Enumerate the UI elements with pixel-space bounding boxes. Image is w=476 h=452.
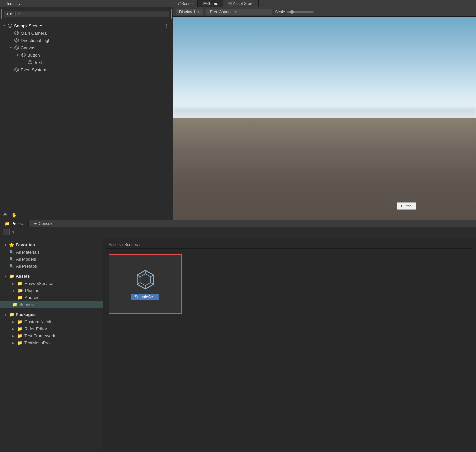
canvas-item[interactable]: ▼ Canvas (7, 44, 173, 51)
button-arrow: ▼ (16, 53, 20, 57)
scene-root-item[interactable]: ▼ SampleScene* ⋮ (0, 22, 173, 29)
hierarchy-panel: Hierarchy + ▾ ▼ SampleScene* ⋮ (0, 0, 173, 220)
project-tab-icon: 📁 (5, 221, 10, 226)
scene-label: SampleScene* (14, 23, 43, 28)
all-models-search-icon: 🔍 (9, 257, 14, 261)
huaweiservice-item[interactable]: ▶ 📁 HuaweiService (0, 280, 103, 287)
hierarchy-toolbar: + ▾ (1, 9, 172, 19)
svg-marker-5 (16, 39, 18, 42)
textmeshpro-item[interactable]: ▶ 📁 TextMeshPro (0, 339, 103, 346)
rider-editor-item[interactable]: ▶ 📁 Rider Editor (0, 325, 103, 332)
android-label: Android (25, 295, 40, 300)
button-icon (21, 52, 26, 58)
sample-scene-asset[interactable]: SampleSc... (109, 254, 182, 314)
lock-icon[interactable]: ✋ (11, 212, 17, 218)
canvas-label: Canvas (21, 45, 35, 50)
svg-marker-7 (16, 47, 18, 49)
display-label: Display 1 (179, 10, 195, 14)
text-label: Text (34, 60, 42, 65)
assets-label: Assets (16, 274, 30, 279)
assets-header[interactable]: ▼ 📁 Assets (0, 272, 103, 280)
project-tab-label: Project (11, 221, 24, 226)
add-object-button[interactable]: + ▾ (4, 11, 14, 17)
plugins-folder-icon: 📂 (18, 288, 23, 293)
rider-editor-label: Rider Editor (24, 326, 47, 331)
visibility-icon[interactable]: 👁 (3, 212, 9, 218)
packages-arrow-icon: ▼ (4, 313, 7, 316)
project-add-chevron-icon: ▼ (12, 230, 15, 234)
asset-store-tab[interactable]: 🛒 Asset Store (223, 0, 259, 7)
all-prefabs-item[interactable]: 🔍 All Prefabs (0, 263, 103, 270)
scene-expand-arrow: ▼ (3, 24, 7, 27)
sample-scene-label: SampleSc... (131, 294, 160, 300)
scene-tab[interactable]: ⬡ Scene (173, 0, 198, 7)
scale-control: Scale (275, 10, 314, 14)
all-models-item[interactable]: 🔍 All Models (0, 256, 103, 263)
game-button-ui: Button (397, 202, 416, 210)
all-prefabs-label: All Prefabs (16, 264, 37, 269)
custom-nunit-arrow-icon: ▶ (12, 320, 14, 324)
game-tab-icon: 🎮 (202, 1, 207, 6)
console-tab[interactable]: ☰ Console (29, 220, 58, 227)
custom-nunit-item[interactable]: ▶ 📁 Custom NUnit (0, 318, 103, 325)
favorites-star-icon: ⭐ (9, 242, 14, 247)
huaweiservice-folder-icon: 📁 (17, 281, 22, 286)
favorites-header[interactable]: ▼ ⭐ Favorites (0, 241, 103, 249)
huaweiservice-label: HuaweiService (24, 281, 53, 286)
assets-arrow-icon: ▼ (4, 275, 7, 278)
project-tab[interactable]: 📁 Project (0, 220, 29, 227)
scale-label: Scale (275, 10, 285, 14)
svg-marker-9 (22, 54, 24, 56)
scenes-item[interactable]: 📁 Scenes (0, 301, 103, 308)
eventsystem-item[interactable]: EventSystem (7, 66, 173, 73)
scale-thumb (290, 10, 294, 14)
breadcrumb-arrow-1: › (122, 243, 123, 247)
game-viewport: Button (173, 17, 476, 220)
huaweiservice-arrow-icon: ▶ (12, 282, 14, 285)
custom-nunit-label: Custom NUnit (24, 319, 51, 324)
plugins-item[interactable]: ▼ 📂 Plugins (0, 287, 103, 294)
directional-light-item[interactable]: Directional Light (7, 37, 173, 44)
game-panel: ⬡ Scene 🎮 Game 🛒 Asset Store Display 1 ▼… (173, 0, 476, 220)
scenes-folder-icon: 📁 (12, 302, 17, 307)
test-framework-label: Test Framework (24, 333, 55, 338)
all-materials-item[interactable]: 🔍 All Materials (0, 249, 103, 256)
hierarchy-content: ▼ SampleScene* ⋮ (0, 21, 173, 211)
aspect-dropdown[interactable]: Free Aspect ▼ (206, 9, 272, 15)
all-models-label: All Models (16, 257, 36, 262)
assets-folder-icon: 📁 (9, 274, 14, 279)
button-label: Button (27, 53, 40, 58)
packages-header[interactable]: ▼ 📁 Packages (0, 311, 103, 318)
console-tab-icon: ☰ (33, 221, 37, 226)
android-item[interactable]: 📁 Android (0, 294, 103, 301)
rider-editor-folder-icon: 📁 (17, 326, 22, 331)
scene-options-button[interactable]: ⋮ (163, 23, 170, 28)
hierarchy-search-input[interactable] (15, 11, 169, 17)
breadcrumb-scenes[interactable]: Scenes (124, 242, 138, 247)
textmeshpro-arrow-icon: ▶ (12, 341, 14, 345)
test-framework-item[interactable]: ▶ 📁 Test Framework (0, 332, 103, 339)
text-item[interactable]: Text (20, 59, 173, 66)
hierarchy-bottom-icons: 👁 ✋ (0, 211, 173, 220)
custom-nunit-folder-icon: 📁 (17, 319, 22, 324)
eventsystem-icon (14, 67, 19, 72)
svg-marker-15 (140, 274, 151, 286)
game-tab[interactable]: 🎮 Game (198, 0, 223, 7)
game-tab-label: Game (207, 1, 218, 6)
project-sidebar: ▼ ⭐ Favorites 🔍 All Materials 🔍 All Mode… (0, 238, 103, 452)
test-framework-folder-icon: 📁 (17, 333, 22, 338)
favorites-arrow-icon: ▼ (4, 243, 7, 247)
breadcrumb-assets[interactable]: Assets (109, 242, 121, 247)
button-item[interactable]: ▼ Button (13, 51, 173, 59)
canvas-arrow: ▼ (9, 46, 13, 49)
main-camera-item[interactable]: Main Camera (7, 29, 173, 37)
project-add-button[interactable]: + (3, 229, 10, 235)
hierarchy-tab[interactable]: Hierarchy (3, 1, 22, 6)
rider-editor-arrow-icon: ▶ (12, 327, 14, 331)
asset-grid: SampleSc... (106, 251, 473, 317)
main-camera-icon (14, 30, 19, 36)
display-dropdown[interactable]: Display 1 ▼ (176, 9, 203, 15)
breadcrumb-arrow-2: › (139, 243, 140, 247)
game-tab-bar: ⬡ Scene 🎮 Game 🛒 Asset Store (173, 0, 476, 7)
scale-slider[interactable] (287, 11, 314, 13)
